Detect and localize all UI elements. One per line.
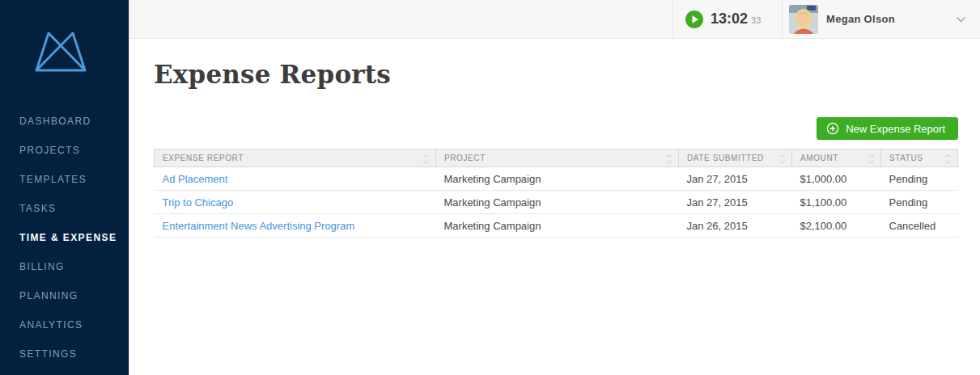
column-header-expense-report[interactable]: EXPENSE REPORT — [155, 150, 436, 167]
amount-cell: $2,100.00 — [792, 214, 881, 238]
timer-play-icon — [685, 11, 703, 28]
timer-widget[interactable]: 13:02 33 — [672, 0, 782, 38]
expense-report-link[interactable]: Trip to Chicago — [163, 196, 234, 209]
date-submitted-cell: Jan 27, 2015 — [679, 167, 792, 191]
sidebar-item-dashboard[interactable]: DASHBOARD — [0, 107, 129, 136]
sidebar-item-billing[interactable]: BILLING — [0, 252, 129, 281]
avatar — [789, 5, 818, 34]
sort-icon — [665, 154, 672, 164]
date-submitted-cell: Jan 26, 2015 — [679, 214, 792, 238]
status-cell: Pending — [881, 167, 958, 191]
table-header-row: EXPENSE REPORT PROJECT — [155, 150, 958, 167]
date-submitted-cell: Jan 27, 2015 — [679, 191, 792, 214]
sidebar-item-time-expense[interactable]: TIME & EXPENSE — [0, 223, 129, 252]
user-menu[interactable]: Megan Olson — [782, 0, 980, 38]
status-cell: Cancelled — [881, 214, 958, 238]
mavenlink-logo-icon — [34, 31, 87, 73]
project-cell: Marketing Campaign — [436, 214, 679, 238]
table-row: Entertainment News Advertising Program M… — [155, 214, 958, 238]
actions-row: New Expense Report — [154, 117, 958, 140]
content-area: Expense Reports New Expense Report — [129, 39, 980, 375]
expense-reports-table: EXPENSE REPORT PROJECT — [154, 149, 958, 238]
sidebar-item-settings[interactable]: SETTINGS — [0, 339, 129, 369]
plus-circle-icon — [826, 122, 839, 135]
column-header-project[interactable]: PROJECT — [436, 150, 679, 167]
column-header-amount[interactable]: AMOUNT — [792, 150, 881, 167]
sidebar-item-tasks[interactable]: TASKS — [0, 194, 129, 223]
chevron-down-icon — [956, 16, 966, 23]
timer-seconds: 33 — [751, 15, 761, 25]
new-expense-report-label: New Expense Report — [846, 123, 945, 135]
sort-icon — [944, 154, 952, 164]
new-expense-report-button[interactable]: New Expense Report — [817, 117, 958, 140]
app-window: DASHBOARD PROJECTS TEMPLATES TASKS TIME … — [0, 0, 980, 375]
amount-cell: $1,100.00 — [792, 191, 881, 214]
sidebar-item-analytics[interactable]: ANALYTICS — [0, 310, 129, 339]
column-header-date-submitted[interactable]: DATE SUBMITTED — [679, 150, 792, 167]
project-cell: Marketing Campaign — [436, 191, 679, 214]
table-row: Trip to Chicago Marketing Campaign Jan 2… — [155, 191, 958, 214]
sort-icon — [778, 154, 786, 164]
sidebar: DASHBOARD PROJECTS TEMPLATES TASKS TIME … — [0, 0, 129, 375]
project-cell: Marketing Campaign — [436, 167, 679, 191]
topbar: 13:02 33 Megan Olson — [129, 0, 980, 39]
page-title: Expense Reports — [154, 58, 958, 91]
main-panel: 13:02 33 Megan Olson — [129, 0, 980, 375]
sort-icon — [868, 154, 875, 164]
sort-icon — [422, 154, 430, 164]
sidebar-item-templates[interactable]: TEMPLATES — [0, 165, 129, 194]
expense-report-link[interactable]: Ad Placement — [163, 173, 228, 185]
user-name: Megan Olson — [826, 13, 895, 25]
sidebar-item-projects[interactable]: PROJECTS — [0, 136, 129, 165]
table-row: Ad Placement Marketing Campaign Jan 27, … — [155, 167, 958, 191]
status-cell: Pending — [881, 191, 958, 214]
sidebar-item-planning[interactable]: PLANNING — [0, 281, 129, 310]
brand-logo[interactable] — [34, 31, 87, 73]
sidebar-nav: DASHBOARD PROJECTS TEMPLATES TASKS TIME … — [0, 107, 129, 369]
column-header-status[interactable]: STATUS — [881, 150, 958, 167]
amount-cell: $1,000.00 — [792, 167, 881, 191]
timer-time: 13:02 — [711, 11, 748, 27]
expense-report-link[interactable]: Entertainment News Advertising Program — [163, 220, 355, 232]
